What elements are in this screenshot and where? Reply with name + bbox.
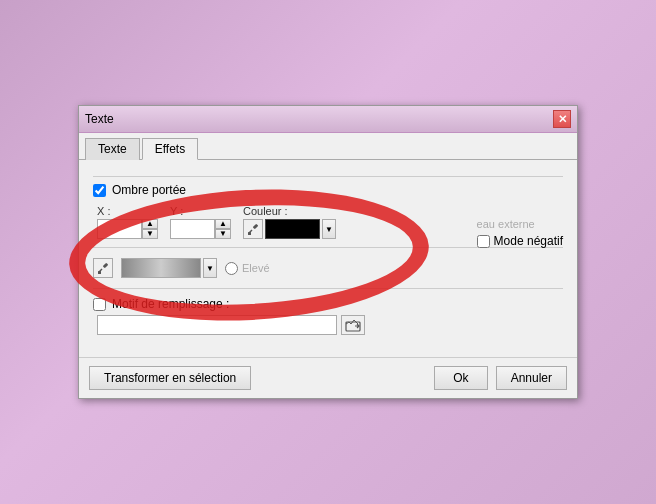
browse-icon	[345, 318, 361, 332]
shadow-checkbox[interactable]	[93, 184, 106, 197]
color-field-group: Couleur : ▼	[243, 205, 336, 239]
bottom-buttons: Transformer en sélection Ok Annuler	[79, 357, 577, 398]
fill-pattern-input[interactable]	[97, 315, 337, 335]
tab-texte[interactable]: Texte	[85, 138, 140, 160]
eyedropper-icon	[247, 223, 259, 235]
color-label: Couleur :	[243, 205, 336, 217]
second-eyedropper-button[interactable]	[93, 258, 113, 278]
tabs-bar: Texte Effets	[79, 133, 577, 160]
close-button[interactable]: ✕	[553, 110, 571, 128]
x-field-group: X : 4 ▲ ▼	[97, 205, 158, 239]
color-picker-row: ▼	[243, 219, 336, 239]
gradient-bar	[121, 258, 201, 278]
title-bar: Texte ✕	[79, 106, 577, 133]
ok-cancel-group: Ok Annuler	[434, 366, 567, 390]
x-label: X :	[97, 205, 158, 217]
svg-rect-2	[248, 232, 251, 235]
eyedropper-button[interactable]	[243, 219, 263, 239]
fill-input-row	[97, 315, 563, 335]
svg-rect-5	[98, 271, 101, 274]
x-input[interactable]: 4	[97, 219, 142, 239]
lower-divider	[93, 288, 563, 289]
mode-negatif-label: Mode négatif	[494, 234, 563, 248]
browse-button[interactable]	[341, 315, 365, 335]
second-eyedropper-icon	[97, 262, 109, 274]
y-spinner-buttons: ▲ ▼	[215, 219, 231, 239]
second-section: ▼ Elevé	[93, 254, 563, 282]
y-label: Y :	[170, 205, 231, 217]
gradient-dropdown-button[interactable]: ▼	[203, 258, 217, 278]
eleve-radio-group: Elevé	[225, 262, 270, 275]
transform-button[interactable]: Transformer en sélection	[89, 366, 251, 390]
y-input[interactable]: 4	[170, 219, 215, 239]
svg-rect-3	[103, 263, 109, 269]
dialog-title: Texte	[85, 112, 114, 126]
fill-pattern-checkbox[interactable]	[93, 298, 106, 311]
ok-button[interactable]: Ok	[434, 366, 487, 390]
fill-pattern-label: Motif de remplissage :	[112, 297, 229, 311]
eleve-label: Elevé	[242, 262, 270, 274]
fill-pattern-section: Motif de remplissage :	[93, 297, 563, 335]
y-spinner: 4 ▲ ▼	[170, 219, 231, 239]
eleve-radio[interactable]	[225, 262, 238, 275]
x-spinner-buttons: ▲ ▼	[142, 219, 158, 239]
fill-pattern-row: Motif de remplissage :	[93, 297, 563, 311]
shadow-checkbox-row: Ombre portée	[93, 183, 563, 197]
tab-effets[interactable]: Effets	[142, 138, 198, 160]
x-spinner: 4 ▲ ▼	[97, 219, 158, 239]
outer-label: eau externe	[477, 218, 563, 230]
color-swatch[interactable]	[265, 219, 320, 239]
shadow-label: Ombre portée	[112, 183, 186, 197]
texte-dialog: Texte ✕ Texte Effets Ombre portée X : 4	[78, 105, 578, 399]
y-down-button[interactable]: ▼	[215, 229, 231, 239]
top-divider	[93, 176, 563, 177]
y-field-group: Y : 4 ▲ ▼	[170, 205, 231, 239]
right-panel: eau externe Mode négatif	[477, 218, 563, 248]
mode-negatif-checkbox[interactable]	[477, 235, 490, 248]
x-down-button[interactable]: ▼	[142, 229, 158, 239]
color-dropdown-button[interactable]: ▼	[322, 219, 336, 239]
cancel-button[interactable]: Annuler	[496, 366, 567, 390]
svg-rect-0	[253, 224, 259, 230]
y-up-button[interactable]: ▲	[215, 219, 231, 229]
x-up-button[interactable]: ▲	[142, 219, 158, 229]
dialog-content: Ombre portée X : 4 ▲ ▼ Y : 4 ▲	[79, 160, 577, 351]
gradient-bar-group: ▼	[121, 258, 217, 278]
mode-negatif-row: Mode négatif	[477, 234, 563, 248]
